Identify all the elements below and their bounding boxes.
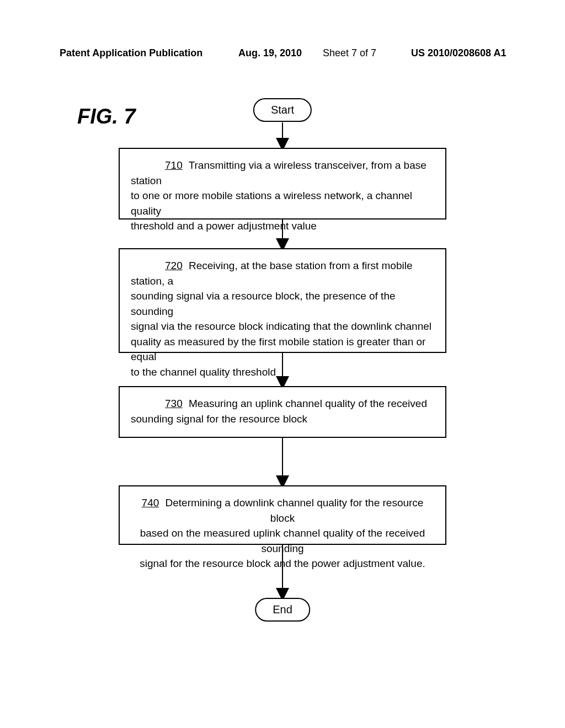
step-text: sounding signal for the resource block — [131, 411, 434, 427]
step-number: 730 — [165, 398, 183, 409]
step-text: signal via the resource block indicating… — [131, 319, 434, 334]
figure-label: FIG. 7 — [77, 105, 136, 129]
step-text: threshold and a power adjustment value — [131, 218, 434, 234]
step-text: Determining a downlink channel quality f… — [166, 497, 424, 524]
flow-end-terminal: End — [255, 598, 310, 622]
start-label: Start — [271, 104, 294, 116]
step-number: 710 — [165, 159, 183, 171]
flow-step-730: 730 Measuring an uplink channel quality … — [119, 386, 446, 438]
step-text: to one or more mobile stations a wireles… — [131, 188, 434, 218]
publication-date: Aug. 19, 2010 — [238, 47, 302, 59]
step-text: signal for the resource block and the po… — [131, 556, 434, 571]
step-text: Measuring an uplink channel quality of t… — [189, 398, 427, 409]
publication-type: Patent Application Publication — [60, 47, 202, 59]
end-label: End — [273, 603, 292, 615]
flow-step-720: 720 Receiving, at the base station from … — [119, 248, 446, 353]
step-number: 740 — [142, 497, 159, 508]
document-number: US 2010/0208608 A1 — [411, 47, 506, 59]
step-text: to the channel quality threshold — [131, 365, 434, 380]
step-text: quality as measured by the first mobile … — [131, 334, 434, 365]
step-text: based on the measured uplink channel qua… — [131, 526, 434, 556]
sheet-number: Sheet 7 of 7 — [323, 47, 376, 59]
step-number: 720 — [165, 260, 183, 271]
flow-start-terminal: Start — [253, 98, 312, 122]
step-text: sounding signal via a resource block, th… — [131, 288, 434, 319]
flow-step-710: 710 Transmitting via a wireless transcei… — [119, 148, 446, 220]
flow-step-740: 740 Determining a downlink channel quali… — [119, 485, 446, 545]
